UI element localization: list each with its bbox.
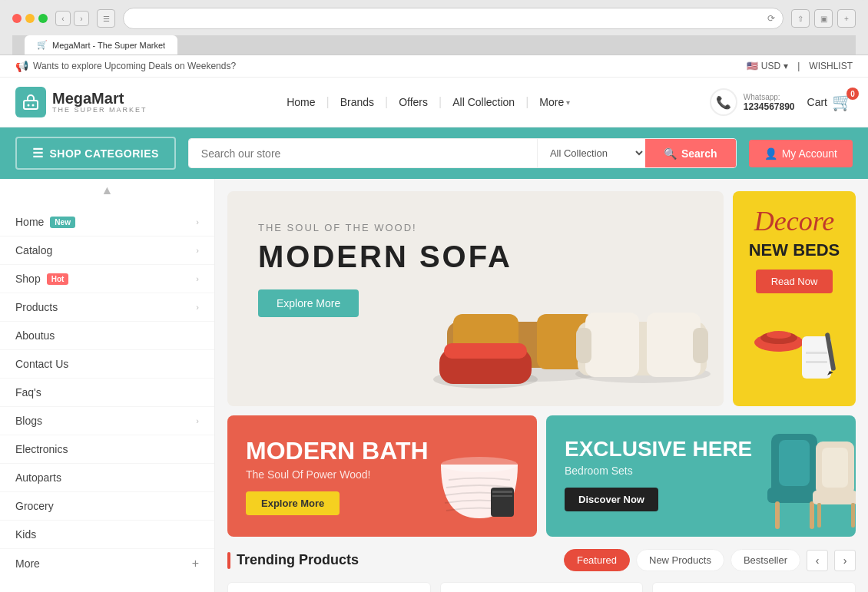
sidebar-item-electronics[interactable]: Electronics	[0, 435, 214, 464]
sidebar-item-catalog[interactable]: Catalog ›	[0, 236, 214, 265]
search-btn-label: Search	[681, 147, 717, 160]
close-dot[interactable]	[12, 14, 22, 23]
sidebar-item-shop[interactable]: Shop Hot ›	[0, 265, 214, 293]
browser-tabs: 🛒 MegaMart - The Super Market	[12, 35, 856, 55]
currency-text: USD	[761, 61, 780, 71]
nav-all-collection[interactable]: All Collection	[445, 91, 522, 113]
bath-explore-button[interactable]: Explore More	[246, 491, 340, 515]
hero-side-image	[748, 306, 840, 390]
tab-new-products[interactable]: New Products	[636, 549, 724, 571]
forward-button[interactable]: ›	[74, 11, 89, 26]
exclusive-chairs-svg	[702, 418, 856, 534]
sidebar-label-kids: Kids	[15, 528, 36, 541]
promo-exclusive-banner: EXCLUSIVE HERE Bedroom Sets Discover Now	[546, 415, 856, 537]
shop-categories-button[interactable]: ☰ SHOP CATEGORIES	[15, 137, 176, 170]
share-button[interactable]: ⇧	[791, 9, 810, 28]
explore-more-button[interactable]: Explore More	[258, 289, 359, 317]
maximize-dot[interactable]	[38, 14, 48, 23]
nav-home[interactable]: Home	[279, 91, 323, 113]
next-products-button[interactable]: ›	[834, 550, 856, 571]
url-input[interactable]	[154, 13, 752, 24]
trending-header: Trending Products Featured New Products …	[227, 549, 856, 571]
catalog-chevron: ›	[196, 246, 199, 255]
category-select[interactable]: All Collection	[538, 139, 645, 167]
nav-brands[interactable]: Brands	[333, 91, 382, 113]
whatsapp-contact[interactable]: 📞 Whatsapp: 1234567890	[710, 88, 795, 116]
hero-side-banner: Decore NEW BEDS Read Now	[733, 191, 856, 406]
site-wrapper: 📢 Wants to explore Upcoming Deals on Wee…	[0, 55, 868, 592]
promo-bath-banner: MODERN BATH The Soul Of Power Wood! Expl…	[227, 415, 537, 537]
beds-svg	[748, 306, 840, 390]
tab-title: MegaMart - The Super Market	[52, 41, 165, 50]
svg-rect-44	[813, 491, 856, 504]
sidebar-item-home[interactable]: Home New ›	[0, 208, 214, 236]
sidebar-label-faq: Faq's	[15, 386, 41, 399]
svg-rect-23	[576, 328, 591, 363]
sofa-image	[424, 245, 716, 399]
whatsapp-icon: 📞	[710, 88, 737, 116]
svg-rect-46	[851, 503, 855, 528]
discover-button[interactable]: Discover Now	[565, 488, 658, 511]
back-button[interactable]: ‹	[55, 11, 71, 26]
sidebar-item-grocery[interactable]: Grocery	[0, 492, 214, 521]
sidebar-label-blogs: Blogs	[15, 415, 42, 427]
tabs-button[interactable]: ▣	[814, 9, 833, 28]
svg-rect-24	[693, 328, 708, 363]
url-bar[interactable]: ⟳	[123, 8, 784, 29]
account-btn-label: My Account	[782, 147, 837, 160]
search-input[interactable]	[189, 139, 537, 167]
trending-bar-indicator	[227, 552, 230, 569]
sidebar-label-contact: Contact Us	[15, 358, 68, 370]
sidebar-label-aboutus: Aboutus	[15, 329, 55, 342]
sidebar-item-contact[interactable]: Contact Us	[0, 350, 214, 379]
sidebar-item-blogs[interactable]: Blogs ›	[0, 407, 214, 435]
bath-image	[429, 426, 529, 537]
svg-rect-36	[492, 495, 512, 497]
browser-chrome: ‹ › ☰ ⟳ ⇧ ▣ + 🛒 MegaMart - The Super Mar…	[0, 0, 868, 55]
minimize-dot[interactable]	[25, 14, 35, 23]
svg-rect-38	[779, 440, 810, 486]
sidebar-more-label: More	[15, 557, 40, 570]
hamburger-icon: ☰	[32, 146, 44, 160]
sidebar-item-aboutus[interactable]: Aboutus	[0, 322, 214, 350]
currency-selector[interactable]: 🇺🇸 USD ▾	[747, 61, 788, 71]
sidebar-item-products[interactable]: Products ›	[0, 293, 214, 322]
trending-tabs: Featured New Products Bestseller ‹ ›	[564, 549, 856, 571]
svg-point-27	[767, 331, 791, 339]
sidebar-item-faq[interactable]: Faq's	[0, 379, 214, 407]
tab-featured[interactable]: Featured	[564, 549, 630, 571]
product-card-3: Sale	[652, 582, 856, 592]
hero-side-title: Decore	[754, 207, 835, 237]
browser-dots	[12, 14, 48, 23]
sidebar-item-autoparts[interactable]: Autoparts	[0, 464, 214, 492]
sidebar: ▲ Home New › Catalog › Shop Hot	[0, 179, 215, 592]
products-chevron: ›	[196, 303, 199, 312]
browser-actions: ⇧ ▣ +	[791, 9, 856, 28]
search-container: All Collection 🔍 Search	[188, 138, 737, 168]
refresh-icon[interactable]: ⟳	[767, 13, 775, 24]
sidebar-label-products: Products	[15, 301, 58, 313]
prev-products-button[interactable]: ‹	[807, 550, 828, 571]
wishlist-link[interactable]: WISHLIST	[809, 61, 853, 71]
nav-offers[interactable]: Offers	[391, 91, 436, 113]
logo[interactable]: MegaMart THE SUPER MARKET	[15, 87, 147, 117]
nav-more[interactable]: More ▾	[532, 91, 578, 113]
active-tab[interactable]: 🛒 MegaMart - The Super Market	[25, 35, 177, 55]
browser-nav-arrows: ‹ ›	[55, 11, 89, 26]
content-area: THE SOUL OF THE WOOD! MODERN SOFA Explor…	[215, 179, 868, 592]
sidebar-more[interactable]: More +	[0, 549, 214, 578]
read-now-button[interactable]: Read Now	[756, 270, 833, 293]
sidebar-nav: Home New › Catalog › Shop Hot ›	[0, 202, 214, 584]
cart-button[interactable]: Cart 🛒 0	[807, 92, 853, 112]
my-account-button[interactable]: 👤 My Account	[749, 140, 853, 167]
home-chevron: ›	[196, 217, 199, 227]
sidebar-label-grocery: Grocery	[15, 500, 54, 512]
tab-bestseller[interactable]: Bestseller	[731, 549, 800, 571]
sidebar-scroll-up[interactable]: ▲	[0, 179, 214, 202]
sidebar-item-kids[interactable]: Kids	[0, 521, 214, 549]
svg-rect-35	[492, 491, 512, 493]
add-tab-button[interactable]: +	[837, 9, 856, 28]
svg-rect-30	[806, 361, 827, 363]
logo-name: MegaMart	[52, 91, 147, 106]
search-button[interactable]: 🔍 Search	[645, 139, 736, 167]
